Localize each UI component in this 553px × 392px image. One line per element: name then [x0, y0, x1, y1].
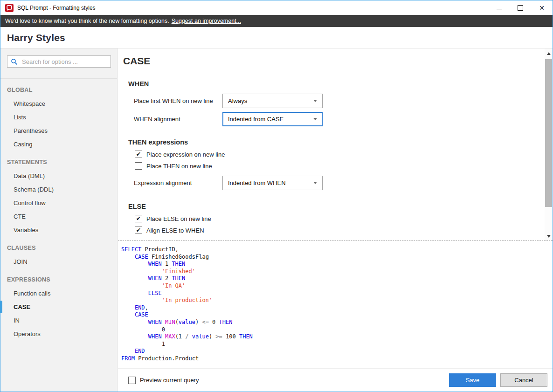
feedback-banner: We'd love to know what you think of the …: [0, 15, 553, 27]
sidebar-section-clauses: CLAUSES: [0, 237, 117, 255]
setting-row: Place first WHEN on new line Always: [134, 94, 544, 108]
code-line: END,: [121, 304, 553, 312]
else-section-title: ELSE: [128, 203, 544, 210]
checkbox-label: Place expression on new line: [146, 151, 225, 158]
sidebar-item-variables[interactable]: Variables: [0, 223, 117, 237]
window-title: SQL Prompt - Formatting styles: [17, 5, 96, 11]
sidebar-item-operators[interactable]: Operators: [0, 327, 117, 341]
sidebar-item-case[interactable]: CASE: [0, 300, 117, 314]
style-header: Harry Styles: [0, 27, 553, 48]
sidebar-section-global: GLOBAL: [0, 79, 117, 97]
code-line: 0: [121, 326, 553, 334]
sql-code: SELECT ProductID, CASE FinishedGoodsFlag…: [121, 246, 553, 363]
expression-alignment-dropdown[interactable]: Indented from WHEN: [222, 176, 323, 190]
setting-label: WHEN alignment: [134, 116, 222, 123]
when-section-title: WHEN: [128, 80, 544, 88]
minimize-icon: [497, 9, 502, 9]
sql-prompt-logo-icon: [5, 4, 14, 12]
dropdown-value: Indented from CASE: [228, 116, 313, 123]
scroll-down-button[interactable]: [545, 232, 553, 240]
triangle-down-icon: [547, 235, 551, 238]
sidebar-item-join[interactable]: JOIN: [0, 255, 117, 268]
cancel-button[interactable]: Cancel: [500, 373, 547, 387]
then-section: THEN expressions ✔ Place expression on n…: [128, 138, 544, 190]
code-line: CASE: [121, 311, 553, 319]
triangle-up-icon: [547, 52, 551, 55]
code-line: WHEN MIN(value) <= 0 THEN: [121, 319, 553, 326]
dropdown-value: Indented from WHEN: [228, 179, 313, 186]
chevron-down-icon: [313, 118, 317, 120]
scrollbar-thumb[interactable]: [545, 59, 552, 207]
close-icon: ✕: [539, 5, 545, 11]
sidebar-nav: GLOBALWhitespaceListsParenthesesCasingST…: [0, 79, 117, 341]
code-line: 'In production': [121, 297, 553, 304]
sidebar-item-data-dml[interactable]: Data (DML): [0, 169, 117, 183]
page-title: Harry Styles: [7, 32, 65, 43]
code-line: SELECT ProductID,: [121, 246, 553, 254]
close-button[interactable]: ✕: [531, 0, 553, 15]
sidebar-item-schema-ddl[interactable]: Schema (DDL): [0, 183, 117, 196]
align-else-checkbox[interactable]: ✔ Align ELSE to WHEN: [135, 227, 544, 234]
sidebar-item-in[interactable]: IN: [0, 314, 117, 327]
search-box[interactable]: [7, 55, 111, 68]
app-window: SQL Prompt - Formatting styles ✕ We'd lo…: [0, 0, 553, 392]
sidebar-item-lists[interactable]: Lists: [0, 110, 117, 124]
setting-row: Expression alignment Indented from WHEN: [134, 176, 544, 190]
maximize-icon: [518, 5, 523, 11]
when-section: WHEN Place first WHEN on new line Always…: [128, 80, 544, 126]
suggest-improvement-link[interactable]: Suggest an improvement...: [172, 18, 241, 24]
footer-bar: Preview current query Save Cancel: [118, 368, 553, 392]
checkbox-box: ✔: [135, 215, 142, 222]
place-then-checkbox[interactable]: Place THEN on new line: [135, 162, 544, 170]
sql-preview-panel: SELECT ProductID, CASE FinishedGoodsFlag…: [118, 241, 553, 368]
checkbox-box: [128, 377, 136, 384]
checkbox-label: Place THEN on new line: [146, 163, 212, 170]
search-icon: [11, 58, 18, 65]
code-line: 'Finished': [121, 268, 553, 275]
code-line: WHEN 1 THEN: [121, 261, 553, 268]
sidebar-item-function-calls[interactable]: Function calls: [0, 287, 117, 300]
code-line: FROM Production.Product: [121, 355, 553, 363]
scroll-up-button[interactable]: [545, 49, 553, 57]
chevron-down-icon: [313, 100, 317, 102]
sidebar-item-control-flow[interactable]: Control flow: [0, 196, 117, 210]
code-line: ELSE: [121, 290, 553, 297]
sidebar-item-parentheses[interactable]: Parentheses: [0, 124, 117, 138]
sidebar-section-statements: STATEMENTS: [0, 151, 117, 169]
when-alignment-dropdown[interactable]: Indented from CASE: [222, 112, 323, 126]
place-expression-checkbox[interactable]: ✔ Place expression on new line: [135, 151, 544, 158]
maximize-button[interactable]: [510, 0, 531, 15]
sidebar-section-expressions: EXPRESSIONS: [0, 268, 117, 287]
code-line: 'In QA': [121, 282, 553, 290]
preview-query-checkbox[interactable]: Preview current query: [128, 377, 199, 384]
code-line: END: [121, 348, 553, 355]
code-line: WHEN 2 THEN: [121, 275, 553, 282]
code-line: WHEN MAX(1 / value) >= 100 THEN: [121, 333, 553, 341]
checkbox-label: Place ELSE on new line: [146, 215, 211, 222]
minimize-button[interactable]: [488, 0, 510, 15]
dropdown-value: Always: [228, 97, 313, 104]
place-else-checkbox[interactable]: ✔ Place ELSE on new line: [135, 215, 544, 222]
save-button[interactable]: Save: [449, 373, 496, 387]
checkbox-label: Align ELSE to WHEN: [146, 227, 204, 234]
sidebar-item-casing[interactable]: Casing: [0, 138, 117, 151]
sidebar-item-whitespace[interactable]: Whitespace: [0, 97, 117, 110]
chevron-down-icon: [313, 182, 317, 184]
checkbox-box: [135, 162, 142, 170]
window-controls: ✕: [488, 0, 553, 15]
titlebar: SQL Prompt - Formatting styles ✕: [0, 0, 553, 15]
sidebar-item-cte[interactable]: CTE: [0, 210, 117, 223]
setting-row: WHEN alignment Indented from CASE: [134, 112, 544, 126]
code-line: CASE FinishedGoodsFlag: [121, 254, 553, 261]
settings-panel: CASE WHEN Place first WHEN on new line A…: [118, 48, 544, 241]
place-first-when-dropdown[interactable]: Always: [222, 94, 323, 108]
code-line: 1: [121, 341, 553, 348]
search-input[interactable]: [21, 58, 107, 66]
setting-label: Expression alignment: [134, 179, 222, 186]
checkbox-box: ✔: [135, 227, 142, 234]
settings-scrollbar[interactable]: [545, 48, 553, 241]
else-section: ELSE ✔ Place ELSE on new line ✔ Align EL…: [128, 203, 544, 234]
checkbox-box: ✔: [135, 151, 142, 158]
banner-message: We'd love to know what you think of the …: [5, 18, 169, 24]
then-section-title: THEN expressions: [128, 138, 544, 146]
